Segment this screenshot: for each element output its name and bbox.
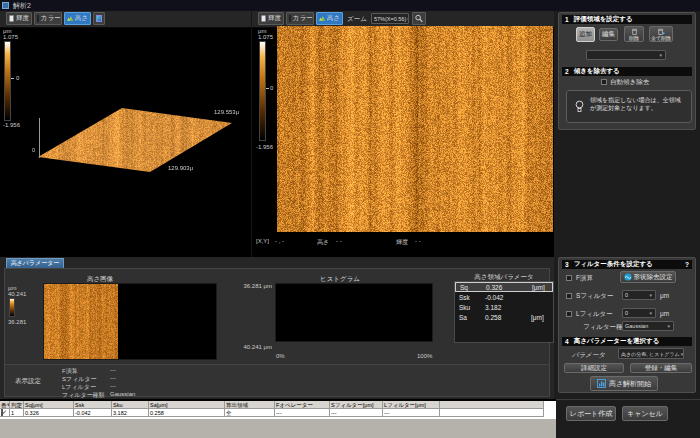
thumb-colorbar-max: 40.241: [8, 291, 26, 297]
color-mode-button[interactable]: カラー: [34, 12, 62, 25]
filter-type-select[interactable]: Gaussian: [622, 321, 674, 331]
divider: [556, 399, 700, 400]
l-filter-checkbox[interactable]: [566, 311, 572, 317]
region-add-button[interactable]: 追加: [576, 27, 595, 42]
s-filter-select[interactable]: 0: [622, 290, 656, 300]
l-filter-label: Lフィルター: [576, 310, 613, 319]
param-select[interactable]: 高さの分布, ヒストグラム: [618, 348, 684, 359]
axis-origin-label: 0: [32, 147, 35, 153]
axis-depth-label: 129.553μ: [214, 109, 239, 115]
magnifier-button[interactable]: [412, 12, 426, 25]
param-row-sq[interactable]: Sq 0.326 [μm]: [455, 282, 553, 292]
dropdown-caret-icon: [649, 310, 653, 316]
help-button[interactable]: ?: [685, 261, 689, 268]
param-row-ssk[interactable]: Ssk -0.042: [455, 292, 553, 302]
cancel-button[interactable]: キャンセル: [622, 406, 668, 421]
zoom-label: ズーム: [347, 15, 367, 24]
colorbar-2d: [259, 41, 266, 141]
shape-removal-icon: [624, 273, 632, 281]
start-height-analysis-button[interactable]: 高さ解析開始: [590, 376, 658, 391]
app-icon: [2, 2, 9, 9]
hint-text: 領域を指定しない場合は、全領域が測定対象となります。: [590, 96, 685, 112]
height-image-canvas: [43, 283, 217, 360]
ds-row-f: F演算 ---: [62, 367, 135, 375]
tab-height-parameters[interactable]: 高さパラメーター: [6, 258, 64, 268]
height-mode-button-2d[interactable]: 高さ: [316, 12, 343, 25]
l-filter-unit: μm: [660, 310, 669, 317]
histogram-ymax: 36.281 μm: [240, 283, 272, 289]
xy-label: [X,Y]: [256, 238, 269, 244]
histogram-plot: [275, 283, 433, 342]
analysis-window: 解析2 輝度 カラー 高さ μm 1.075 0 -1.956 0 129.55…: [0, 0, 700, 438]
colorbar-3d: [4, 41, 11, 121]
colorbar2d-mid-tick: [266, 88, 269, 89]
colorbar3d-min: -1.956: [3, 122, 20, 128]
trash-icon: [631, 28, 638, 35]
trash-all-icon: [657, 28, 665, 35]
region-edit-button[interactable]: 編集: [599, 28, 618, 41]
3d-display-button[interactable]: [93, 12, 105, 25]
region-delete-button[interactable]: 削除: [624, 26, 644, 42]
s-filter-label: Sフィルター: [576, 292, 613, 301]
color-mode-button-2d[interactable]: カラー: [286, 12, 314, 25]
bottom-strip: [0, 419, 556, 438]
axis-width-label: 129.903μ: [168, 165, 193, 171]
histogram-x100: 100%: [417, 353, 432, 359]
shape-removal-button[interactable]: 形状除去設定: [620, 271, 676, 283]
height-mode-button[interactable]: 高さ: [64, 12, 91, 25]
histogram-x0: 0%: [276, 353, 285, 359]
ds-row-type: フィルター種類 Gaussian: [62, 391, 135, 399]
results-header-row: 番号 判定 Sq[μm] Ssk Sku Sa[μm] 算出領域 Fオペレーター…: [0, 401, 556, 409]
f-calc-checkbox[interactable]: [566, 275, 572, 281]
param-row-sku[interactable]: Sku 3.182: [455, 302, 553, 312]
dropdown-caret-icon: [649, 292, 653, 298]
create-report-button[interactable]: レポート作成: [566, 406, 616, 421]
colorbar3d-mid: 0: [16, 75, 19, 81]
results-data-row[interactable]: 1 0.326 -0.042 3.182 0.258 全 --- --- ---: [0, 409, 556, 417]
z-axis-line: [39, 118, 40, 158]
s-filter-checkbox[interactable]: [566, 293, 572, 299]
auto-tilt-label: 自動傾き除去: [610, 78, 649, 87]
l-filter-select[interactable]: 0: [622, 308, 656, 318]
colorbar3d-max: 1.075: [3, 34, 18, 40]
step1-header: 1 評価領域を設定する: [562, 15, 692, 24]
detail-settings-button[interactable]: 詳細設定: [564, 363, 624, 373]
height-map-2d[interactable]: [277, 26, 553, 233]
region-delete-all-button[interactable]: 全て削除: [649, 26, 673, 42]
step3-header: 3 フィルター条件を設定する ?: [562, 260, 692, 269]
step2-header: 2 傾きを除去する: [562, 67, 692, 76]
brightness-icon: [9, 15, 14, 22]
brightness-icon: [261, 15, 266, 22]
ds-row-l: Lフィルター ---: [62, 383, 135, 391]
colorbar2d-min: -1.956: [256, 144, 273, 150]
color-icon: [37, 15, 39, 22]
param-row-sa[interactable]: Sa 0.258 [μm]: [455, 312, 553, 322]
step4-header: 4 高さパラメーターを選択する: [562, 337, 692, 346]
colorbar3d-mid-tick: [11, 78, 14, 79]
f-calc-label: F演算: [576, 274, 593, 283]
height-histogram-icon: [319, 15, 325, 22]
title-bar: 解析2: [0, 0, 700, 11]
xy-value: - , -: [275, 238, 284, 244]
ds-row-s: Sフィルター ---: [62, 375, 135, 383]
row-checkbox[interactable]: [1, 409, 3, 417]
colorbar2d-mid: 0: [270, 85, 273, 91]
brightness-mode-button-2d[interactable]: 輝度: [258, 12, 284, 25]
color-icon: [289, 15, 291, 22]
analysis-chart-icon: [597, 379, 606, 388]
results-table: 番号 判定 Sq[μm] Ssk Sku Sa[μm] 算出領域 Fオペレーター…: [0, 399, 556, 419]
register-edit-button[interactable]: 登録・編集: [630, 363, 692, 373]
height-histogram-icon: [67, 15, 73, 22]
dropdown-caret-icon: [680, 351, 684, 357]
region-params-table: Sq 0.326 [μm] Ssk -0.042 Sku 3.182 Sa 0.…: [454, 281, 554, 343]
brightness-mode-button[interactable]: 輝度: [6, 12, 32, 25]
auto-tilt-checkbox[interactable]: [601, 79, 607, 85]
region-select[interactable]: [586, 50, 666, 60]
status-height-value: - -: [336, 238, 342, 244]
window-title: 解析2: [13, 1, 31, 11]
thumb-colorbar: [9, 298, 15, 317]
dropdown-caret-icon: [659, 52, 663, 58]
3d-cube-icon: [96, 15, 102, 22]
s-filter-unit: μm: [660, 292, 669, 299]
zoom-select[interactable]: 57%(X=0.56): [371, 13, 409, 24]
